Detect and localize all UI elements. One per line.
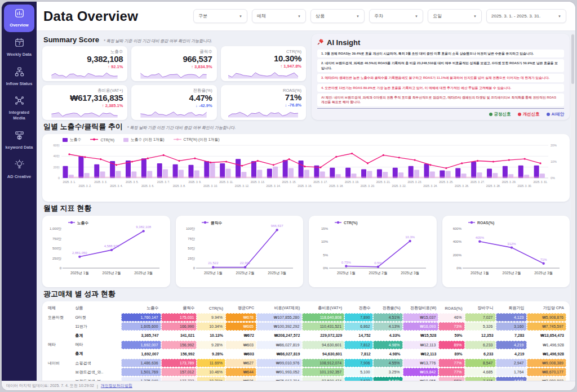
header: Data Overview 구분▼매체▼상품▼주차▼요일▼2025. 3. 1.… [37, 2, 575, 31]
svg-text:1,000만: 1,000만 [50, 227, 61, 230]
summary-header: Summary Score * 특정 날짜 기준 이전 기간 대비 증감 여부 … [43, 35, 306, 44]
kpi-delta: ↑ 3,834.5% [136, 64, 212, 69]
sidebar-item-weekly-data[interactable]: 7Weekly Data [4, 34, 34, 61]
table-cell: ₩8,670,177 [527, 368, 566, 376]
page-title: Data Overview [43, 8, 138, 24]
svg-text:50만: 50만 [188, 247, 195, 250]
pushpin-icon [317, 37, 324, 47]
filter-weekday[interactable]: 요일▼ [428, 9, 482, 23]
svg-text:405%: 405% [475, 236, 484, 239]
svg-text:2025. 3. 2.: 2025. 3. 2. [78, 185, 91, 188]
legend-label: AI제안 [552, 112, 565, 117]
table-cell: ₩665 [225, 322, 256, 331]
table-cell: ₩672 [225, 331, 256, 340]
table-cell: 7,027 [465, 313, 496, 322]
svg-text:2025. 3. 10.: 2025. 3. 10. [203, 185, 218, 188]
filter-media[interactable]: 매체▼ [252, 9, 306, 23]
scrollbar-thumb[interactable] [571, 34, 574, 84]
filter-label: 구분 [198, 13, 207, 19]
privacy-link[interactable]: 개인정보처리방침 [101, 383, 132, 389]
filter-product[interactable]: 상품▼ [310, 9, 365, 23]
legend-item: 노출수 (이전 1개월) [123, 137, 165, 142]
kpi-value: 4.47% [136, 93, 212, 103]
table-cell: 1,501,769 [121, 368, 161, 376]
filter-label: 2025. 3. 1. - 2025. 3. 31. [491, 14, 540, 19]
svg-text:200%: 200% [452, 253, 461, 257]
svg-text:2025. 3. 6.: 2025. 3. 6. [141, 185, 154, 188]
svg-text:0.75%: 0.75% [341, 261, 352, 264]
table-head: 매체상품노출수클릭수CTR(%)평균CPC비용(VAT제외)총비용(VAT+)전… [46, 304, 566, 313]
table-cell: 175,031 [161, 313, 197, 322]
column-header: 장바구니 [465, 304, 496, 313]
table-cell: 108,912,074 [302, 359, 344, 367]
table-cell: ₩91,993,052 [256, 368, 302, 376]
svg-text:2025년 3월: 2025년 3월 [268, 271, 286, 275]
summary-section: Summary Score * 특정 날짜 기준 이전 기간 대비 증감 여부 … [42, 34, 306, 120]
table-cell: ₩15,528 [403, 331, 439, 340]
column-header: 전환수 [344, 304, 373, 313]
kpi-card-roas: ROAS(%)71%↓ -76.8% [221, 85, 306, 120]
svg-text:2025. 3. 14.: 2025. 3. 14. [267, 185, 281, 188]
legend-item: CTR(%) (이전 1개월) [174, 137, 220, 142]
column-header: 평균CPC [225, 304, 256, 313]
table-cell [46, 368, 73, 376]
kpi-card-cvr: 전환율(%)4.47%↓ -42.9% [131, 85, 216, 120]
table-cell: 1,692,007 [121, 350, 161, 358]
filter-gubun[interactable]: 구분▼ [193, 9, 247, 23]
table-cell: 메타 [73, 341, 121, 349]
monthly-header: 월별 지표 현황 [43, 203, 570, 213]
kpi-delta: ↓ -76.8% [225, 103, 301, 108]
svg-text:2025년 2월: 2025년 2월 [103, 271, 121, 275]
kpi-sparkline [47, 69, 122, 79]
table-cell: 89% [438, 341, 464, 349]
filter-label: 주차 [374, 13, 383, 19]
legend-line-marker [90, 137, 98, 142]
table-row: 11번가1,605,600166,99010.34%₩665₩100,392,2… [46, 322, 566, 331]
svg-text:2025. 3. 13.: 2025. 3. 13. [251, 181, 265, 184]
table-cell: ₩15,037 [403, 313, 439, 322]
daily-header: 일별 노출수/클릭률 추이 * 특정 날짜 기준 이전 기간 대비 증감 여부 … [43, 122, 570, 132]
summary-note: * 특정 날짜 기준 이전 기간 대비 증감 여부 확인이 가능합니다. [104, 38, 212, 44]
sidebar-item-integrated-media[interactable]: Integrated Media [4, 92, 34, 125]
sidebar-item-overview[interactable]: Overview [4, 5, 34, 32]
svg-text:2025. 3. 19.: 2025. 3. 19. [345, 181, 359, 184]
table-cell: 1,335,949 [121, 377, 161, 381]
legend-item: 개선신호 [518, 112, 540, 117]
table-cell: 83,509,474 [302, 377, 344, 381]
table-cell: 4,685 [465, 368, 496, 376]
svg-text:0: 0 [193, 266, 195, 270]
media-performance-table: 매체상품노출수클릭수CTR(%)평균CPC비용(VAT제외)총비용(VAT+)전… [46, 304, 566, 381]
legend-label: CTR(%) [100, 138, 114, 142]
filter-date-range[interactable]: 2025. 3. 1. - 2025. 3. 31.▼ [486, 9, 566, 23]
filter-week[interactable]: 주차▼ [369, 9, 423, 23]
scrollbar[interactable] [571, 33, 575, 380]
daily-combo-chart: 60만40만20만020%10%0%2025. 3. 1.2025. 3. 2.… [47, 143, 563, 198]
table-cell: 4,641 [496, 377, 527, 381]
table-cell: 8,547 [465, 359, 496, 367]
table-cell: ₩107,855,280 [256, 313, 302, 322]
table-cell: 110,431,521 [302, 322, 344, 331]
table-cell: 156,992 [161, 341, 197, 349]
table-cell: 173,789 [161, 359, 197, 367]
svg-text:2025. 3. 3.: 2025. 3. 3. [94, 181, 107, 184]
daily-section: 일별 노출수/클릭률 추이 * 특정 날짜 기준 이전 기간 대비 증감 여부 … [42, 122, 570, 202]
table-row: 오픈마켓G마켓1,760,147175,0319.94%₩678₩107,855… [46, 313, 566, 322]
table-cell: 166,990 [161, 322, 197, 331]
table-cell: 94,630,601 [302, 350, 344, 358]
table-cell: 77% [438, 368, 464, 376]
svg-text:노출수: 노출수 [77, 221, 89, 225]
legend-dot [547, 113, 550, 116]
table-cell: 94,630,601 [302, 341, 344, 349]
sidebar-item-inflow-status[interactable]: Inflow Status [4, 63, 34, 91]
table-cell: ₩13,776 [403, 359, 439, 367]
table-header: 광고매체 별 성과 현황 [43, 289, 570, 299]
bar-chart-icon [14, 8, 25, 21]
sidebar-item-label: Inflow Status [6, 81, 33, 87]
sidebar-item-keyword-data[interactable]: keyword Data [4, 127, 34, 154]
sidebar-item-ad-creative[interactable]: AD Creative [4, 156, 34, 184]
sidebar-item-label: Overview [10, 23, 28, 28]
kpi-value: 9,382,108 [47, 55, 123, 64]
kpi-card-grid: 노출수9,382,108↑ 92.1%클릭수966,537↑ 3,834.5%C… [42, 46, 306, 120]
legend-label: 노출수 [70, 137, 81, 142]
column-header: 상품 [73, 304, 121, 313]
